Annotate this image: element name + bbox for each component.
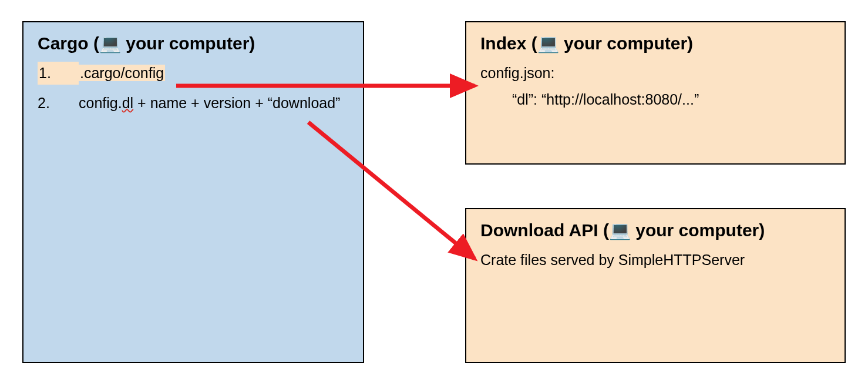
item-text: .cargo/config (79, 65, 165, 81)
download-title-prefix: Download API ( (480, 220, 609, 240)
cargo-content: 1. .cargo/config 2. config.dl + name + v… (38, 62, 349, 115)
item-body: .cargo/config (79, 62, 349, 85)
laptop-icon: 💻 (99, 33, 121, 53)
laptop-icon: 💻 (609, 220, 631, 240)
download-box: Download API (💻 your computer) Crate fil… (465, 208, 846, 363)
cargo-list: 1. .cargo/config 2. config.dl + name + v… (38, 62, 349, 115)
item-text-squiggle: dl (122, 95, 133, 111)
cargo-title-suffix: your computer) (121, 33, 255, 53)
item-number: 2. (38, 92, 79, 115)
item-text-prefix: config. (79, 95, 122, 111)
cargo-title-prefix: Cargo ( (38, 33, 99, 53)
download-title: Download API (💻 your computer) (480, 220, 830, 240)
list-item: 1. .cargo/config (38, 62, 349, 85)
index-line-2: “dl”: “http://localhost:8080/...” (480, 88, 830, 111)
cargo-title: Cargo (💻 your computer) (38, 33, 349, 53)
cargo-box: Cargo (💻 your computer) 1. .cargo/config… (22, 21, 364, 363)
index-box: Index (💻 your computer) config.json: “dl… (465, 21, 846, 165)
index-line-1: config.json: (480, 62, 830, 85)
index-title-prefix: Index ( (480, 33, 537, 53)
laptop-icon: 💻 (537, 33, 559, 53)
item-body: config.dl + name + version + “download” (79, 92, 349, 115)
list-item: 2. config.dl + name + version + “downloa… (38, 92, 349, 115)
index-title: Index (💻 your computer) (480, 33, 830, 53)
download-title-suffix: your computer) (631, 220, 765, 240)
item-number: 1. (38, 62, 79, 85)
download-body: Crate files served by SimpleHTTPServer (480, 249, 830, 272)
download-content: Crate files served by SimpleHTTPServer (480, 249, 830, 272)
index-content: config.json: “dl”: “http://localhost:808… (480, 62, 830, 111)
item-text-suffix: + name + version + “download” (133, 95, 340, 111)
index-title-suffix: your computer) (559, 33, 693, 53)
